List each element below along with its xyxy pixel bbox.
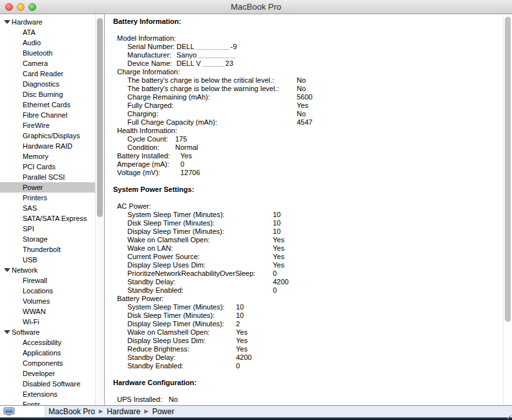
content-scrollbar[interactable] xyxy=(503,14,512,405)
disclosure-triangle-icon[interactable] xyxy=(4,20,10,24)
disclosure-triangle-icon[interactable] xyxy=(4,268,10,272)
sidebar-item-sas[interactable]: SAS xyxy=(0,203,95,213)
info-row: The battery's charge is below the warnin… xyxy=(113,85,499,93)
info-row: Condition:Normal xyxy=(113,143,499,152)
section-header: Battery Information: xyxy=(113,17,499,26)
sidebar-item-fonts[interactable]: Fonts xyxy=(0,399,95,405)
sidebar-scrollbar-thumb[interactable] xyxy=(97,18,103,217)
breadcrumb: MacBook Pro▶Hardware▶Power xyxy=(48,407,174,416)
sidebar-item-graphics-displays[interactable]: Graphics/Displays xyxy=(0,131,95,141)
sidebar-item-locations[interactable]: Locations xyxy=(0,286,95,296)
content-pane: Battery Information:Model Information:Se… xyxy=(105,14,512,405)
info-value: 0 xyxy=(273,269,277,277)
breadcrumb-item-macbook-pro[interactable]: MacBook Pro xyxy=(48,407,95,416)
sidebar-item-applications[interactable]: Applications xyxy=(0,348,95,358)
sidebar-item-storage[interactable]: Storage xyxy=(0,234,95,244)
sidebar-item-ata[interactable]: ATA xyxy=(0,27,95,37)
sidebar-item-hardware-raid[interactable]: Hardware RAID xyxy=(0,141,95,151)
info-row: Standby Enabled:0 xyxy=(113,362,499,370)
sidebar-item-disabled-software[interactable]: Disabled Software xyxy=(0,379,95,389)
info-value: No xyxy=(297,110,306,118)
group-label: Charge Information: xyxy=(113,68,499,76)
resize-grip[interactable] xyxy=(507,415,511,419)
info-value: 12706 xyxy=(180,169,200,176)
chevron-right-icon: ▶ xyxy=(144,409,148,414)
info-label: Standby Delay: xyxy=(127,278,273,286)
info-value: No xyxy=(169,395,178,403)
info-label: Charging: xyxy=(127,110,297,118)
window-title: MacBook Pro xyxy=(0,2,512,12)
info-value: 0 xyxy=(236,362,240,370)
info-row: Current Power Source:Yes xyxy=(113,253,499,261)
info-value: Yes xyxy=(236,337,248,344)
info-value: -9 xyxy=(231,43,237,50)
sidebar-group-network[interactable]: Network xyxy=(0,265,95,275)
disclosure-triangle-icon[interactable] xyxy=(4,330,10,334)
info-row: Disk Sleep Timer (Minutes):10 xyxy=(113,219,499,227)
sidebar-item-sata-sata-express[interactable]: SATA/SATA Express xyxy=(0,213,95,224)
sidebar-item-components[interactable]: Components xyxy=(0,358,95,368)
sidebar-item-bluetooth[interactable]: Bluetooth xyxy=(0,48,95,58)
sidebar-item-memory[interactable]: Memory xyxy=(0,151,95,162)
sidebar-item-wwan[interactable]: WWAN xyxy=(0,306,95,317)
info-row: Fully Charged:Yes xyxy=(113,101,499,110)
sidebar-item-volumes[interactable]: Volumes xyxy=(0,296,95,306)
sidebar-item-audio[interactable]: Audio xyxy=(0,37,95,48)
sidebar-group-software[interactable]: Software xyxy=(0,327,95,337)
sidebar-item-spi[interactable]: SPI xyxy=(0,224,95,234)
info-label: The battery's charge is below the critic… xyxy=(127,76,297,85)
breadcrumb-item-power[interactable]: Power xyxy=(152,407,174,416)
sidebar-scrollbar[interactable] xyxy=(95,14,104,405)
content-scrollbar-thumb[interactable] xyxy=(505,17,511,322)
chevron-right-icon: ▶ xyxy=(99,409,103,414)
info-value: 2 xyxy=(236,320,240,328)
info-value: 10 xyxy=(236,303,244,311)
info-value: Sanyo xyxy=(176,51,197,59)
sidebar-item-disc-burning[interactable]: Disc Burning xyxy=(0,89,95,100)
sidebar-item-usb[interactable]: USB xyxy=(0,255,95,265)
info-row: Charging:No xyxy=(113,110,499,118)
info-value: No xyxy=(297,76,306,84)
info-label: System Sleep Timer (Minutes): xyxy=(127,303,236,311)
sidebar-item-ethernet-cards[interactable]: Ethernet Cards xyxy=(0,100,95,110)
sidebar-item-accessibility[interactable]: Accessibility xyxy=(0,337,95,348)
sidebar-item-fibre-channel[interactable]: Fibre Channel xyxy=(0,110,95,120)
sidebar-item-printers[interactable]: Printers xyxy=(0,193,95,203)
info-value: DELL xyxy=(176,43,195,50)
breadcrumb-item-hardware[interactable]: Hardware xyxy=(107,407,140,416)
section-header: System Power Settings: xyxy=(113,185,499,194)
info-value: Normal xyxy=(175,143,198,151)
sidebar-item-card-reader[interactable]: Card Reader xyxy=(0,68,95,79)
info-label: Amperage (mA): xyxy=(117,160,180,169)
info-label: Voltage (mV): xyxy=(117,169,180,177)
sidebar-item-wi-fi[interactable]: Wi-Fi xyxy=(0,317,95,327)
sidebar-item-developer[interactable]: Developer xyxy=(0,368,95,379)
sidebar-item-diagnostics[interactable]: Diagnostics xyxy=(0,79,95,89)
info-row: Voltage (mV):12706 xyxy=(113,169,499,177)
sidebar-item-firewire[interactable]: FireWire xyxy=(0,120,95,131)
info-row: Display Sleep Uses Dim:Yes xyxy=(113,337,499,345)
sidebar-item-firewall[interactable]: Firewall xyxy=(0,275,95,286)
sidebar-item-power[interactable]: Power xyxy=(0,182,104,193)
info-label: Charge Remaining (mAh): xyxy=(127,93,297,101)
sidebar-group-hardware[interactable]: Hardware xyxy=(0,17,95,27)
info-row: The battery's charge is below the critic… xyxy=(113,76,499,85)
sidebar-item-pci-cards[interactable]: PCI Cards xyxy=(0,162,95,172)
info-value: Yes xyxy=(273,253,284,260)
status-bar: MacBook Pro▶Hardware▶Power xyxy=(0,405,512,417)
info-row: Serial Number:DELL-9 xyxy=(113,43,499,51)
info-value: 10 xyxy=(273,227,281,235)
document-icon-well[interactable] xyxy=(0,406,45,417)
sidebar-item-camera[interactable]: Camera xyxy=(0,58,95,68)
title-bar[interactable]: MacBook Pro xyxy=(0,0,512,14)
info-value: 10 xyxy=(236,311,244,319)
group-label: Battery Power: xyxy=(113,295,499,303)
sidebar-item-parallel-scsi[interactable]: Parallel SCSI xyxy=(0,172,95,182)
info-label: Reduce Brightness: xyxy=(127,345,236,353)
info-label: Condition: xyxy=(127,143,175,152)
report-text: Battery Information:Model Information:Se… xyxy=(113,17,499,404)
sidebar-item-extensions[interactable]: Extensions xyxy=(0,389,95,399)
sidebar-item-thunderbolt[interactable]: Thunderbolt xyxy=(0,244,95,255)
info-label: Serial Number: xyxy=(127,43,176,51)
info-label: Battery Installed: xyxy=(117,152,180,160)
